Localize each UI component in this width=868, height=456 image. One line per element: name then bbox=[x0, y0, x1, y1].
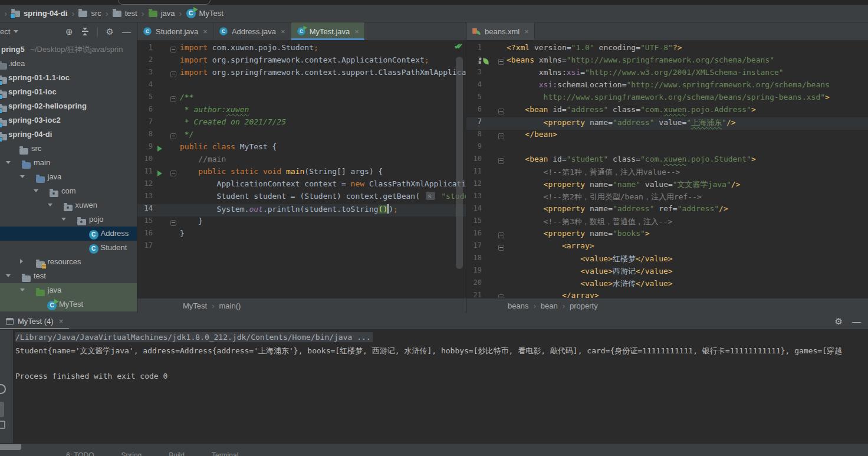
editor-scrollbar[interactable] bbox=[456, 57, 463, 269]
chevron-right-icon[interactable] bbox=[20, 259, 23, 264]
inspections-ok-icon[interactable]: ✔✔ bbox=[454, 42, 459, 51]
tab-mytest-java[interactable]: MyTest.java× bbox=[291, 22, 365, 40]
breadcrumb-method[interactable]: main() bbox=[219, 301, 241, 310]
fold-marker-icon[interactable] bbox=[498, 158, 504, 164]
project-view-selector[interactable]: ect bbox=[0, 27, 18, 36]
chevron-right-icon: › bbox=[68, 8, 77, 18]
tree-item-spring-03-ioc2[interactable]: spring-03-ioc2 bbox=[0, 113, 137, 127]
breadcrumb-tag-beans[interactable]: beans bbox=[508, 301, 528, 310]
close-icon[interactable]: × bbox=[58, 317, 64, 326]
chevron-down-icon[interactable] bbox=[6, 161, 11, 164]
chevron-down-icon[interactable] bbox=[48, 204, 52, 206]
xml-editor[interactable]: 123456789101112131415161718192021 <?xml … bbox=[466, 40, 868, 298]
tree-item-src[interactable]: src bbox=[0, 142, 137, 156]
run-console[interactable]: /Library/Java/JavaVirtualMachines/jdk1.8… bbox=[0, 330, 868, 443]
tree-item-student[interactable]: Student bbox=[0, 241, 137, 255]
line-number: 20 bbox=[466, 278, 482, 287]
code-line: </array> bbox=[507, 291, 868, 298]
statusbar-item-6-todo[interactable]: 6: TODO bbox=[66, 451, 94, 456]
stop-icon[interactable] bbox=[0, 421, 5, 429]
tree-item-pring5[interactable]: pring5 ~/Desktop/狂神说java/sprin bbox=[0, 42, 137, 57]
folder-icon bbox=[78, 11, 87, 17]
code-line: http://www.springframework.org/schema/be… bbox=[507, 93, 868, 105]
gutter-line: 8 bbox=[137, 130, 180, 142]
code-line: * author:xuwen bbox=[180, 105, 466, 117]
code-line: import com.xuwen.pojo.Student; bbox=[180, 43, 466, 55]
tree-item-label: xuwen bbox=[75, 198, 98, 212]
tree-item-label: Student bbox=[101, 241, 127, 255]
fold-marker-icon[interactable] bbox=[170, 71, 176, 77]
module-icon bbox=[0, 120, 7, 126]
tree-item-resources[interactable]: resources bbox=[0, 255, 137, 269]
tab-address-java[interactable]: Address.java× bbox=[213, 22, 291, 40]
tree-item-address[interactable]: Address bbox=[0, 227, 137, 241]
hide-panel-icon[interactable]: — bbox=[852, 317, 861, 326]
statusbar-item-terminal[interactable]: Terminal bbox=[212, 451, 238, 456]
collapse-all-icon[interactable] bbox=[81, 28, 89, 35]
console-command-text: /Library/Java/JavaVirtualMachines/jdk1.8… bbox=[15, 332, 373, 342]
chevron-down-icon[interactable] bbox=[61, 218, 66, 221]
close-tab-icon[interactable]: × bbox=[523, 27, 529, 36]
fold-marker-icon[interactable] bbox=[498, 232, 504, 238]
statusbar-item-spring[interactable]: Spring bbox=[121, 451, 142, 456]
fold-marker-icon[interactable] bbox=[498, 109, 504, 114]
locate-file-icon[interactable]: ⊕ bbox=[65, 27, 73, 36]
editor-code: <?xml version="1.0" encoding="UTF-8"?><b… bbox=[507, 43, 868, 298]
chevron-down-icon[interactable] bbox=[20, 288, 25, 291]
breadcrumb-item-spring-04-di[interactable]: spring-04-di bbox=[10, 9, 68, 18]
close-tab-icon[interactable]: × bbox=[280, 27, 285, 36]
breadcrumb-item-mytest[interactable]: MyTest bbox=[185, 9, 225, 18]
tree-item-mytest[interactable]: MyTest bbox=[0, 297, 137, 311]
fold-marker-icon[interactable] bbox=[498, 245, 504, 251]
fold-marker-icon[interactable] bbox=[170, 220, 176, 226]
fold-marker-icon[interactable] bbox=[170, 47, 176, 53]
hide-panel-icon[interactable]: — bbox=[122, 27, 131, 36]
statusbar-item-build[interactable]: Build bbox=[169, 451, 185, 456]
tree-item-xuwen[interactable]: xuwen bbox=[0, 198, 137, 212]
console-line: /Library/Java/JavaVirtualMachines/jdk1.8… bbox=[15, 333, 868, 346]
tree-item-idea[interactable]: .idea bbox=[0, 57, 137, 71]
breadcrumb-item-src[interactable]: src bbox=[77, 9, 102, 18]
fold-marker-icon[interactable] bbox=[498, 294, 504, 298]
tree-item-java[interactable]: java bbox=[0, 170, 137, 184]
tree-item-main[interactable]: main bbox=[0, 156, 137, 170]
chevron-down-icon[interactable] bbox=[6, 274, 11, 277]
breadcrumb-class[interactable]: MyTest bbox=[183, 301, 207, 310]
fold-marker-icon[interactable] bbox=[170, 96, 176, 102]
tree-item-com[interactable]: com bbox=[0, 184, 137, 198]
gear-icon[interactable]: ⚙ bbox=[106, 27, 114, 36]
breadcrumb-tag-property[interactable]: property bbox=[570, 301, 598, 310]
chevron-down-icon[interactable] bbox=[34, 189, 38, 192]
run-gutter-icon[interactable] bbox=[157, 170, 162, 176]
tree-item-spring-02-hellospring[interactable]: spring-02-hellospring bbox=[0, 99, 137, 113]
run-gutter-icon[interactable] bbox=[157, 146, 162, 152]
tree-item-spring-04-di[interactable]: spring-04-di bbox=[0, 127, 137, 142]
gear-icon[interactable]: ⚙ bbox=[835, 317, 843, 326]
tree-item-java[interactable]: java bbox=[0, 283, 137, 297]
close-tab-icon[interactable]: × bbox=[202, 27, 208, 36]
fold-marker-icon[interactable] bbox=[170, 170, 176, 176]
breadcrumb-item-java[interactable]: java bbox=[147, 9, 176, 18]
spring-bean-gutter-icon[interactable] bbox=[483, 58, 489, 65]
tab-beans-xml[interactable]: beans.xml× bbox=[466, 22, 535, 40]
line-number: 16 bbox=[466, 229, 482, 237]
tree-item-pojo[interactable]: pojo bbox=[0, 212, 137, 227]
gutter-line: 8 bbox=[466, 130, 507, 142]
tree-item-test[interactable]: test bbox=[0, 269, 137, 283]
tree-item-spring-01-1-1-ioc[interactable]: spring-01-1.1-ioc bbox=[0, 71, 137, 85]
gutter-line: 7 bbox=[466, 117, 507, 130]
chevron-down-icon[interactable] bbox=[20, 175, 25, 178]
fold-marker-icon[interactable] bbox=[498, 59, 504, 65]
run-tab-mytest[interactable]: MyTest (4) × bbox=[0, 313, 69, 329]
fold-marker-icon[interactable] bbox=[498, 133, 504, 139]
tree-item-label: Address bbox=[101, 227, 129, 241]
close-tab-icon[interactable]: × bbox=[353, 27, 359, 36]
breadcrumb-tag-bean[interactable]: bean bbox=[541, 301, 558, 310]
toolbar-icon[interactable] bbox=[0, 402, 4, 417]
breadcrumb-item-test[interactable]: test bbox=[111, 9, 139, 18]
rerun-icon[interactable] bbox=[0, 384, 6, 394]
fold-marker-icon[interactable] bbox=[170, 133, 176, 139]
tree-item-spring-01-ioc[interactable]: spring-01-ioc bbox=[0, 85, 137, 99]
java-editor[interactable]: 1234567891011121314151617 import com.xuw… bbox=[137, 40, 466, 298]
tab-student-java[interactable]: Student.java× bbox=[137, 22, 213, 40]
